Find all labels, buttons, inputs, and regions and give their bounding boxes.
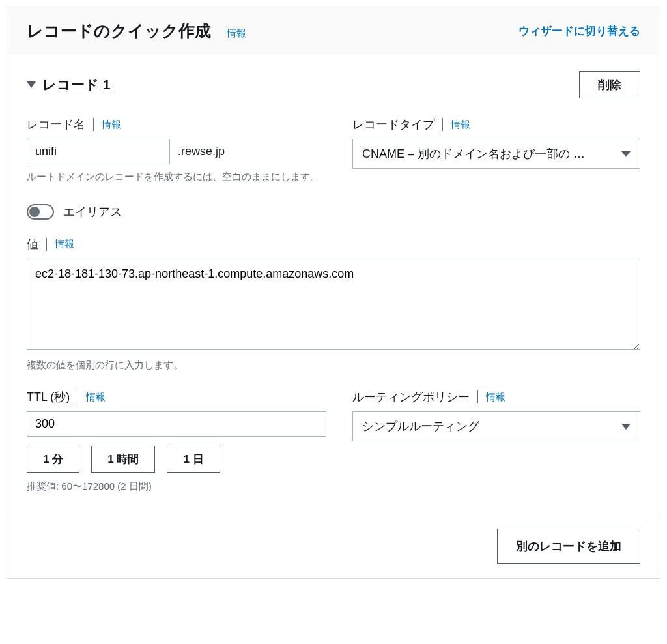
ttl-preset-1min[interactable]: 1 分 — [27, 446, 79, 473]
header-left: レコードのクイック作成 情報 — [27, 20, 246, 42]
panel-title: レコードのクイック作成 — [27, 20, 211, 42]
delete-button[interactable]: 削除 — [579, 71, 640, 98]
routing-info-link[interactable]: 情報 — [486, 391, 505, 403]
ttl-label: TTL (秒) — [27, 389, 70, 405]
caret-down-icon — [621, 424, 631, 430]
routing-select[interactable]: シンプルルーティング — [352, 411, 640, 441]
toggle-knob — [29, 207, 40, 217]
record-name-label-group: レコード名 情報 — [27, 117, 326, 132]
ttl-help: 推奨値: 60〜172800 (2 日間) — [27, 479, 326, 494]
quick-create-panel: レコードのクイック作成 情報 ウィザードに切り替える レコード 1 削除 レコー… — [7, 7, 660, 579]
header-info-link[interactable]: 情報 — [227, 27, 246, 40]
caret-down-icon — [27, 81, 36, 88]
divider — [477, 390, 478, 403]
ttl-presets: 1 分 1 時間 1 日 — [27, 446, 326, 473]
alias-toggle-row: エイリアス — [27, 204, 640, 220]
record-name-input[interactable] — [27, 139, 170, 164]
routing-field: ルーティングポリシー 情報 シンプルルーティング — [352, 389, 640, 494]
panel-header: レコードのクイック作成 情報 ウィザードに切り替える — [7, 7, 660, 55]
record-name-help: ルートドメインのレコードを作成するには、空白のままにします。 — [27, 169, 326, 184]
switch-to-wizard-link[interactable]: ウィザードに切り替える — [518, 23, 640, 38]
record-title: レコード 1 — [42, 76, 111, 94]
add-record-button[interactable]: 別のレコードを追加 — [497, 529, 640, 564]
record-header: レコード 1 削除 — [27, 71, 640, 98]
ttl-label-group: TTL (秒) 情報 — [27, 389, 326, 405]
record-type-select[interactable]: CNAME – 別のドメイン名および一部の … — [352, 139, 640, 169]
value-info-link[interactable]: 情報 — [55, 238, 74, 250]
ttl-input[interactable] — [27, 411, 326, 437]
name-type-row: レコード名 情報 .rewse.jp ルートドメインのレコードを作成するには、空… — [27, 117, 640, 184]
record-type-info-link[interactable]: 情報 — [451, 119, 470, 131]
record-title-group[interactable]: レコード 1 — [27, 76, 111, 94]
divider — [93, 118, 94, 131]
routing-label: ルーティングポリシー — [352, 389, 470, 405]
value-label: 値 — [27, 237, 38, 252]
panel-content: レコード 1 削除 レコード名 情報 .rewse.jp ルートドメインのレコー… — [7, 55, 660, 514]
divider — [78, 390, 78, 403]
record-name-info-link[interactable]: 情報 — [102, 119, 121, 131]
routing-label-group: ルーティングポリシー 情報 — [352, 389, 640, 405]
record-type-label-group: レコードタイプ 情報 — [352, 117, 640, 132]
ttl-info-link[interactable]: 情報 — [86, 391, 106, 403]
record-name-label: レコード名 — [27, 117, 85, 132]
alias-label: エイリアス — [63, 204, 122, 220]
record-type-selected: CNAME – 別のドメイン名および一部の … — [362, 146, 585, 162]
ttl-field: TTL (秒) 情報 1 分 1 時間 1 日 推奨値: 60〜172800 (… — [27, 389, 326, 494]
domain-suffix: .rewse.jp — [178, 145, 225, 158]
ttl-preset-1hour[interactable]: 1 時間 — [91, 446, 155, 473]
record-type-field: レコードタイプ 情報 CNAME – 別のドメイン名および一部の … — [352, 117, 640, 184]
alias-toggle[interactable] — [27, 204, 54, 220]
value-textarea[interactable]: ec2-18-181-130-73.ap-northeast-1.compute… — [27, 259, 640, 350]
panel-footer: 別のレコードを追加 — [7, 514, 660, 578]
caret-down-icon — [621, 151, 631, 157]
divider — [442, 118, 443, 131]
routing-selected: シンプルルーティング — [362, 418, 479, 434]
record-type-label: レコードタイプ — [352, 117, 434, 132]
value-field: 値 情報 ec2-18-181-130-73.ap-northeast-1.co… — [27, 237, 640, 373]
record-name-field: レコード名 情報 .rewse.jp ルートドメインのレコードを作成するには、空… — [27, 117, 326, 184]
divider — [46, 238, 47, 251]
ttl-routing-row: TTL (秒) 情報 1 分 1 時間 1 日 推奨値: 60〜172800 (… — [27, 389, 640, 494]
value-label-group: 値 情報 — [27, 237, 640, 252]
record-name-input-row: .rewse.jp — [27, 139, 326, 164]
value-help: 複数の値を個別の行に入力します。 — [27, 358, 640, 373]
ttl-preset-1day[interactable]: 1 日 — [167, 446, 220, 473]
